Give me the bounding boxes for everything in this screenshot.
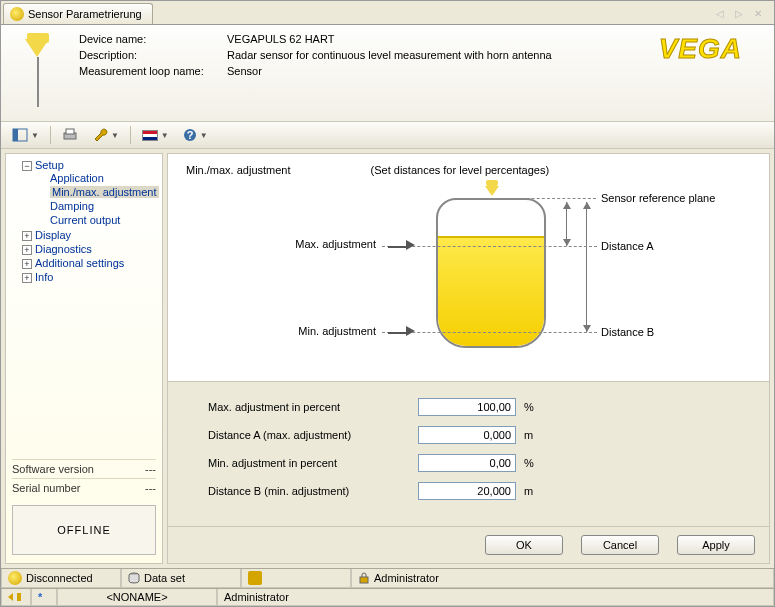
unit-m: m xyxy=(516,485,536,497)
min-pct-input[interactable] xyxy=(418,454,516,472)
dist-b-label: Distance B (min. adjustment) xyxy=(208,485,418,497)
unit-pct: % xyxy=(516,401,536,413)
nav-icon xyxy=(8,591,24,603)
description-label: Description: xyxy=(79,49,219,61)
tree-current-output[interactable]: Current output xyxy=(36,213,160,227)
device-header: Device name: VEGAPULS 62 HART Descriptio… xyxy=(1,25,774,122)
status-dataset: Data set xyxy=(121,569,241,588)
vega-logo: VEGA xyxy=(659,33,762,65)
tree-application[interactable]: Application xyxy=(36,171,160,185)
help-button[interactable]: ? ▼ xyxy=(178,125,213,145)
status-admin: Administrator xyxy=(351,569,774,588)
svg-rect-8 xyxy=(17,593,21,601)
page-title: Min./max. adjustment xyxy=(186,164,291,176)
layout-icon xyxy=(12,128,28,142)
print-icon xyxy=(62,128,78,142)
device-image xyxy=(13,33,63,113)
lock-icon xyxy=(358,572,370,584)
status-nav[interactable] xyxy=(1,589,31,606)
tree-minmax[interactable]: Min./max. adjustment xyxy=(36,185,160,199)
status-connection: Disconnected xyxy=(1,569,121,588)
window-controls[interactable]: ◁ ▷ ✕ xyxy=(716,8,772,19)
sensor-icon xyxy=(10,7,24,21)
cancel-button[interactable]: Cancel xyxy=(581,535,659,555)
loop-value: Sensor xyxy=(227,65,552,77)
fields-panel: Max. adjustment in percent % Distance A … xyxy=(168,381,769,526)
max-adj-label: Max. adjustment xyxy=(256,238,376,250)
svg-text:?: ? xyxy=(186,129,193,141)
device-info: Device name: VEGAPULS 62 HART Descriptio… xyxy=(79,33,552,77)
ok-button[interactable]: OK xyxy=(485,535,563,555)
help-icon: ? xyxy=(183,128,197,142)
status-bar-1: Disconnected Data set Administrator xyxy=(1,568,774,588)
device-icon xyxy=(248,571,262,585)
apply-button[interactable]: Apply xyxy=(677,535,755,555)
min-pct-label: Min. adjustment in percent xyxy=(208,457,418,469)
collapse-icon[interactable]: − xyxy=(22,161,32,171)
sensor-mini-icon xyxy=(484,180,500,200)
expand-icon[interactable]: + xyxy=(22,245,32,255)
status-star[interactable]: * xyxy=(31,589,57,606)
main-area: −Setup Application Min./max. adjustment … xyxy=(1,149,774,568)
expand-icon[interactable]: + xyxy=(22,273,32,283)
unit-m: m xyxy=(516,429,536,441)
tree-setup[interactable]: −Setup Application Min./max. adjustment … xyxy=(22,158,160,228)
nav-tree: −Setup Application Min./max. adjustment … xyxy=(5,153,163,564)
device-name-label: Device name: xyxy=(79,33,219,45)
serial-number: Serial number--- xyxy=(12,478,156,497)
max-pct-input[interactable] xyxy=(418,398,516,416)
status-empty1 xyxy=(241,569,351,588)
wrench-icon xyxy=(92,128,108,142)
page-subtitle: (Set distances for level percentages) xyxy=(371,164,550,176)
svg-rect-1 xyxy=(13,129,18,141)
status-bar-2: * <NONAME> Administrator xyxy=(1,588,774,606)
svg-rect-3 xyxy=(66,129,74,134)
status-noname: <NONAME> xyxy=(57,589,217,606)
app-window: Sensor Parametrierung ◁ ▷ ✕ Device name:… xyxy=(0,0,775,607)
tab-sensor-param[interactable]: Sensor Parametrierung xyxy=(3,3,153,24)
loop-label: Measurement loop name: xyxy=(79,65,219,77)
tree-display[interactable]: +Display xyxy=(22,228,160,242)
expand-icon[interactable]: + xyxy=(22,231,32,241)
tank-graphic xyxy=(436,198,546,348)
distance-b-label: Distance B xyxy=(601,326,654,338)
min-adj-label: Min. adjustment xyxy=(256,325,376,337)
dist-a-input[interactable] xyxy=(418,426,516,444)
toolbar: ▼ ▼ ▼ ? ▼ xyxy=(1,122,774,149)
layout-button[interactable]: ▼ xyxy=(7,125,44,145)
flag-icon xyxy=(142,130,158,141)
tree-info[interactable]: +Info xyxy=(22,270,160,284)
language-button[interactable]: ▼ xyxy=(137,127,174,144)
tree-diagnostics[interactable]: +Diagnostics xyxy=(22,242,160,256)
tools-button[interactable]: ▼ xyxy=(87,125,124,145)
distance-a-arrow xyxy=(566,202,567,246)
arrow-icon xyxy=(388,326,415,338)
dataset-icon xyxy=(128,572,140,584)
unit-pct: % xyxy=(516,457,536,469)
expand-icon[interactable]: + xyxy=(22,259,32,269)
arrow-icon xyxy=(388,240,415,252)
adjustment-diagram: Sensor reference plane Max. adjustment D… xyxy=(206,188,731,368)
status-admin2: Administrator xyxy=(217,589,774,606)
device-name-value: VEGAPULS 62 HART xyxy=(227,33,552,45)
button-bar: OK Cancel Apply xyxy=(168,526,769,563)
content-panel: Min./max. adjustment (Set distances for … xyxy=(167,153,770,564)
dist-a-label: Distance A (max. adjustment) xyxy=(208,429,418,441)
tree-additional[interactable]: +Additional settings xyxy=(22,256,160,270)
software-version: Software version--- xyxy=(12,459,156,478)
tree-damping[interactable]: Damping xyxy=(36,199,160,213)
print-button[interactable] xyxy=(57,125,83,145)
tab-bar: Sensor Parametrierung ◁ ▷ ✕ xyxy=(1,1,774,25)
plug-icon xyxy=(8,571,22,585)
dist-b-input[interactable] xyxy=(418,482,516,500)
svg-rect-7 xyxy=(360,577,368,583)
offline-badge: OFFLINE xyxy=(12,505,156,555)
distance-b-arrow xyxy=(586,202,587,332)
distance-a-label: Distance A xyxy=(601,240,654,252)
description-value: Radar sensor for continuous level measur… xyxy=(227,49,552,61)
ref-plane-label: Sensor reference plane xyxy=(601,192,715,204)
max-pct-label: Max. adjustment in percent xyxy=(208,401,418,413)
tab-label: Sensor Parametrierung xyxy=(28,8,142,20)
